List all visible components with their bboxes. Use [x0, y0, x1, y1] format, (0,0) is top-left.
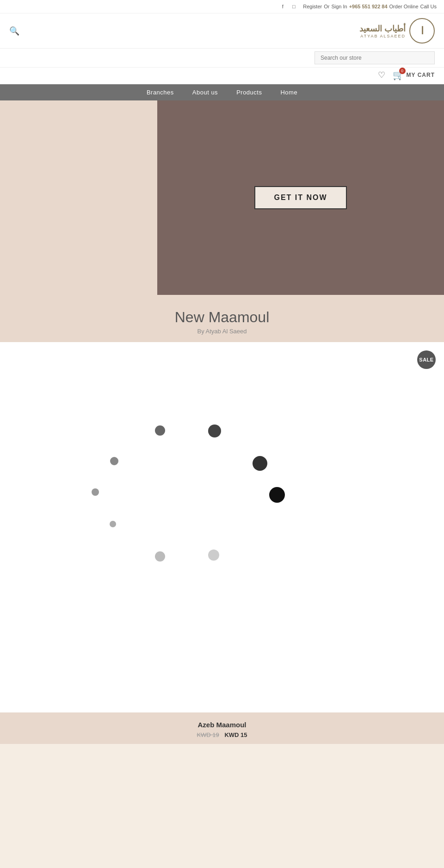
cart-icon-wrap: 🛒 0	[393, 69, 404, 81]
dot-5	[92, 488, 99, 496]
actions-row: ♡ 🛒 0 MY CART	[0, 68, 444, 84]
dot-9	[208, 550, 219, 561]
cart-badge: 0	[399, 68, 406, 74]
dot-2	[208, 425, 221, 437]
logo-area: أطياب السعيد ATYAB ALSAEED ا	[359, 18, 435, 44]
product-footer: Azeb Maamoul KWD 19 KWD 15	[0, 712, 444, 744]
nav-about[interactable]: About us	[192, 89, 218, 96]
section-bg: New Maamoul By Atyab Al Saeed SALE Azeb …	[0, 295, 444, 744]
phone-link[interactable]: +965 551 922 84	[349, 4, 388, 9]
price-old: KWD 19	[197, 731, 219, 738]
hero-right-panel: GET IT NOW	[157, 100, 444, 295]
dot-6	[269, 487, 285, 503]
search-input[interactable]	[314, 51, 435, 64]
hero-banner: GET IT NOW	[0, 100, 444, 295]
nav-products[interactable]: Products	[236, 89, 262, 96]
search-bar-row	[0, 49, 444, 68]
main-nav: Branches About us Products Home	[0, 84, 444, 100]
logo-english: ATYAB ALSAEED	[359, 34, 406, 38]
facebook-icon[interactable]: f	[279, 3, 286, 10]
section-subtitle: By Atyab Al Saeed	[0, 328, 444, 335]
price-new: KWD 15	[224, 731, 247, 738]
cart-label: MY CART	[407, 72, 435, 78]
product-card: SALE	[0, 342, 444, 712]
nav-home[interactable]: Home	[280, 89, 297, 96]
top-bar: f □ Register Or Sign In +965 551 922 84 …	[0, 0, 444, 13]
nav-branches[interactable]: Branches	[147, 89, 174, 96]
logo-circle: ا	[409, 18, 435, 44]
header: 🔍 أطياب السعيد ATYAB ALSAEED ا	[0, 13, 444, 49]
dot-8	[155, 551, 165, 562]
product-name: Azeb Maamoul	[0, 721, 444, 729]
order-online-text: Order Online	[389, 4, 419, 9]
or-text: Or	[324, 4, 329, 9]
instagram-icon[interactable]: □	[290, 3, 297, 10]
get-it-now-button[interactable]: GET IT NOW	[254, 186, 346, 209]
dot-1	[155, 425, 165, 436]
dot-7	[110, 521, 116, 527]
section-title: New Maamoul	[0, 309, 444, 326]
register-link[interactable]: Register	[303, 4, 322, 9]
dot-4	[253, 456, 267, 471]
call-us-text: Call Us	[420, 4, 437, 9]
logo-arabic: أطياب السعيد	[359, 24, 406, 34]
signin-link[interactable]: Sign In	[331, 4, 347, 9]
logo-text: أطياب السعيد ATYAB ALSAEED	[359, 24, 406, 38]
sale-badge: SALE	[417, 350, 436, 369]
search-icon[interactable]: 🔍	[9, 26, 19, 36]
hero-left-panel	[0, 100, 157, 295]
dot-3	[110, 457, 118, 465]
wishlist-icon[interactable]: ♡	[378, 70, 385, 80]
cart-area[interactable]: 🛒 0 MY CART	[393, 69, 435, 81]
product-price: KWD 19 KWD 15	[0, 731, 444, 738]
